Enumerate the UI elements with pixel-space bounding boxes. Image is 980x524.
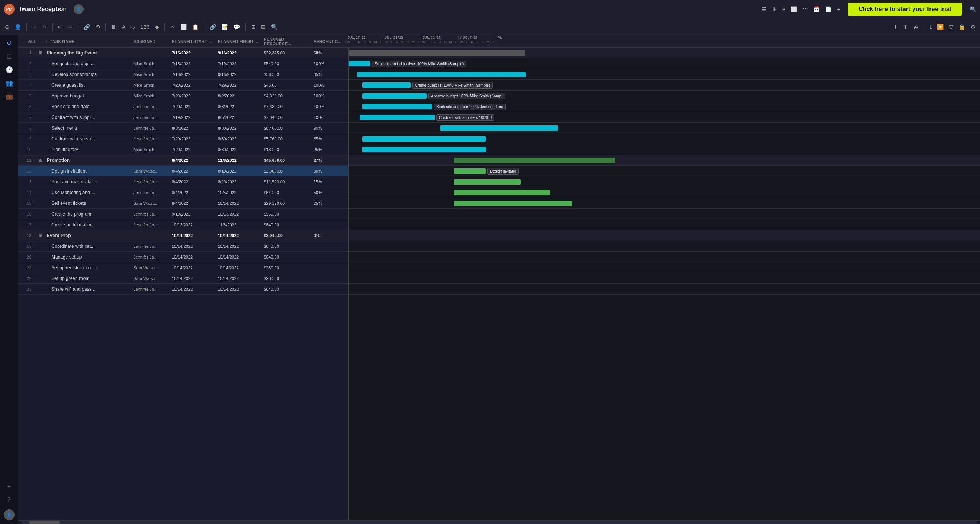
table-row[interactable]: 23Share wifi and pass...Jennifer Jo...10… [18,284,348,295]
print-icon[interactable]: 🖨 [912,23,920,31]
gantt-bar[interactable] [454,179,521,185]
add-task-icon[interactable]: ⊕ [3,23,11,31]
gantt-bar[interactable] [454,190,550,195]
scrollbar-thumb[interactable] [29,521,60,524]
col-assigned[interactable]: ASSIGNED [131,39,169,44]
table-row[interactable]: 12Design invitationsSam Watso...8/4/2022… [18,166,348,176]
plus-icon[interactable]: + [837,6,840,12]
shape-icon[interactable]: ◇ [129,23,136,31]
undo-icon[interactable]: ↩ [31,23,38,31]
copy-icon[interactable]: ⬜ [179,23,188,31]
funnel-icon[interactable]: ▽ [947,23,955,31]
table-row[interactable]: 13Print and mail invitat...Jennifer Jo..… [18,176,348,187]
gantt-bar[interactable] [362,147,486,152]
table-row[interactable]: 19Coordinate with cat...Jennifer Jo...10… [18,241,348,252]
gantt-bar[interactable]: Approve budget 100% Mike Smith (Sampl [362,93,427,99]
outdent-icon[interactable]: ⇤ [56,23,64,31]
sidebar-home-icon[interactable]: ⊙ [7,39,12,46]
number-icon[interactable]: 123 [139,23,151,31]
font-icon[interactable]: A [120,23,127,31]
indent-icon[interactable]: ⇥ [66,23,74,31]
note-icon[interactable]: 📝 [220,23,230,31]
table-row[interactable]: 14Use Marketing and ...Jennifer Jo...8/4… [18,187,348,198]
table-row[interactable]: 10Plan itineraryMike Smith7/20/20228/30/… [18,144,348,155]
gantt-bar[interactable]: Book site and date 100% Jennifer Jone [362,104,432,109]
align-icon[interactable]: ≡ [782,6,785,12]
table-row[interactable]: 7Contract with suppli...Jennifer Jo...7/… [18,112,348,123]
gantt-bar[interactable] [440,125,558,131]
settings-icon[interactable]: ⚙ [969,23,977,31]
table-row[interactable]: 1▣Planning the Big Event7/15/20229/16/20… [18,48,348,58]
gantt-bar[interactable] [349,50,525,56]
gantt-bar[interactable]: Set goals and objectives 100% Mike Smith… [349,61,370,66]
table-row[interactable]: 5Approve budgetMike Smith7/20/20228/2/20… [18,91,348,101]
col-planned-resource[interactable]: PLANNED RESOURCE... [261,37,311,46]
table-row[interactable]: 18▣Event Prep10/14/202210/14/2022$3,040.… [18,230,348,241]
sidebar-add-icon[interactable]: + [7,483,11,490]
download-icon[interactable]: ⬇ [892,23,899,31]
table-row[interactable]: 21Set up registration d...Sam Watso...10… [18,262,348,273]
chart-icon[interactable]: 〰 [802,6,808,12]
calendar-icon[interactable]: 📅 [813,6,820,12]
cut-icon[interactable]: ✂ [169,23,176,31]
col-percent[interactable]: PERCENT C... [311,39,346,44]
gantt-bar[interactable] [454,158,615,163]
col-planned-finish[interactable]: PLANNED FINISH ... [215,39,261,44]
cta-banner[interactable]: Click here to start your free trial [848,3,962,16]
sidebar-team-icon[interactable]: 👥 [5,79,13,87]
info-icon[interactable]: ℹ [928,23,933,31]
table-row[interactable]: 9Contract with speak...Jennifer Jo...7/2… [18,133,348,144]
redo-icon[interactable]: ↪ [41,23,48,31]
col-all[interactable]: ALL [18,39,47,44]
delete-icon[interactable]: 🗑 [110,23,118,31]
scrollbar-track[interactable] [21,521,977,524]
sidebar-dashboard-icon[interactable]: ◻ [7,53,12,60]
scrollbar-area[interactable] [18,520,980,524]
table-row[interactable]: 15Sell event ticketsSam Watso...8/4/2022… [18,198,348,209]
upload-icon[interactable]: ⬆ [902,23,909,31]
gantt-bar[interactable] [357,72,526,77]
sidebar-avatar[interactable]: 👤 [4,509,15,520]
grid1-icon[interactable]: ⊞ [250,23,257,31]
table-row[interactable]: 17Create additional m...Jennifer Jo...10… [18,219,348,230]
table-row[interactable]: 6Book site and dateJennifer Jo...7/20/20… [18,101,348,112]
add-user-icon[interactable]: 👤 [13,23,23,31]
collapse-icon[interactable]: ▣ [39,51,42,55]
sidebar-help-icon[interactable]: ? [7,496,11,503]
table-icon[interactable]: ⬜ [791,6,797,12]
table-row[interactable]: 8Select menuJennifer Jo...8/8/20228/30/2… [18,123,348,133]
columns-icon[interactable]: ⊪ [772,6,777,12]
table-row[interactable]: 2Set goals and objec...Mike Smith7/15/20… [18,58,348,69]
gantt-bar[interactable]: Create guest list 100% Mike Smith (Sampl… [362,82,411,88]
attach-icon[interactable]: 🔗 [208,23,218,31]
paste-icon[interactable]: 📋 [191,23,200,31]
sidebar-time-icon[interactable]: 🕐 [5,66,13,73]
link-icon[interactable]: 🔗 [82,23,92,31]
unlink-icon[interactable]: ⟲ [94,23,102,31]
lock-icon[interactable]: 🔒 [957,23,967,31]
grid2-icon[interactable]: ⊟ [260,23,267,31]
collapse-icon[interactable]: ▣ [39,158,42,162]
table-row[interactable]: 4Create guest listMike Smith7/20/20227/2… [18,80,348,91]
diamond-icon[interactable]: ◆ [153,23,161,31]
gantt-bar[interactable]: Design invitatio [454,168,486,174]
col-planned-start[interactable]: PLANNED START ... [169,39,215,44]
table-row[interactable]: 11▣Promotion8/4/202211/8/2022$45,680.002… [18,155,348,166]
sidebar-portfolio-icon[interactable]: 💼 [5,93,13,100]
table-row[interactable]: 16Create the programJennifer Jo...9/19/2… [18,209,348,219]
search-icon[interactable]: 🔍 [970,6,976,12]
app-logo[interactable]: PM [4,4,15,15]
zoom-icon[interactable]: 🔍 [270,23,279,31]
doc-icon[interactable]: 📄 [825,6,832,12]
col-task-name[interactable]: TASK NAME [47,39,131,44]
comment-icon[interactable]: 💬 [232,23,242,31]
table-row[interactable]: 20Manage set upJennifer Jo...10/14/20221… [18,252,348,262]
gantt-bar[interactable] [362,136,486,142]
hamburger-icon[interactable]: ☰ [762,6,767,12]
table-row[interactable]: 22Set up green roomSam Watso...10/14/202… [18,273,348,284]
collapse-icon[interactable]: ▣ [39,233,42,237]
table-row[interactable]: 3Develop sponsorshipsMike Smith7/18/2022… [18,69,348,80]
filter-icon[interactable]: 🔽 [936,23,945,31]
gantt-bar[interactable]: Contract with suppliers 100% J [360,115,435,120]
gantt-bar[interactable] [454,201,572,206]
